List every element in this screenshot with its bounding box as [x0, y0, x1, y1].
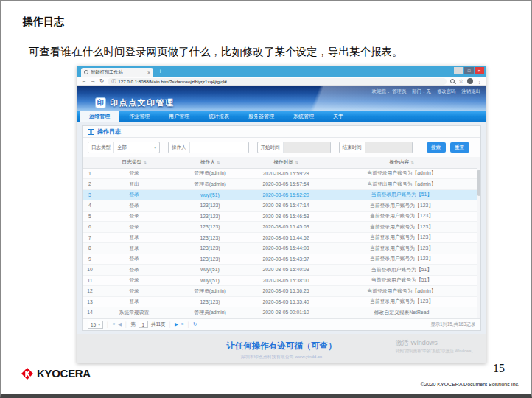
- table-row[interactable]: 2登出管理员(admin)2020-08-05 15:57:54当前登出用户账号…: [83, 179, 480, 190]
- column-header[interactable]: 操作人⇅: [171, 157, 249, 168]
- chevron-down-icon: ▾: [154, 145, 156, 150]
- nav-tab[interactable]: 服务器管理: [239, 111, 284, 122]
- forward-icon[interactable]: →: [91, 78, 97, 84]
- last-page-icon[interactable]: »: [181, 322, 184, 327]
- chevron-down-icon: ▾: [98, 322, 100, 327]
- copyright-text: ©2020 KYOCERA Document Solutions Inc.: [421, 382, 519, 387]
- nav-tab[interactable]: 系统管理: [284, 111, 323, 122]
- next-page-icon[interactable]: ▶: [175, 322, 178, 327]
- table-row[interactable]: 9登录123(123)2020-08-05 15:43:37当前登录用户账号为【…: [83, 254, 480, 265]
- sort-icon[interactable]: ⇅: [217, 160, 220, 164]
- operator-input[interactable]: [189, 142, 248, 153]
- table-row[interactable]: 7登录123(123)2020-08-05 15:44:52当前登录用户账号为【…: [83, 232, 480, 243]
- logout-link[interactable]: 注销退出: [461, 88, 480, 95]
- pagination-bar: 15 ▾ │ « ◀ │ 第 1 共11页 │ ▶ » │ ↻ 显示1到15,共…: [83, 318, 480, 330]
- table-row[interactable]: 14系统常规设置管理员(admin)2020-08-05 00:01:10修改自…: [83, 307, 480, 318]
- maximize-button[interactable]: □: [464, 67, 474, 74]
- activate-windows-line1: 激活 Windows: [396, 338, 475, 348]
- scrollbar-thumb[interactable]: [477, 170, 480, 196]
- nav-tab[interactable]: 用户管理: [159, 111, 199, 122]
- table-row[interactable]: 10登录wuyi(51)2020-08-05 15:40:03当前登录用户账号为…: [83, 265, 480, 276]
- sort-icon[interactable]: ⇅: [295, 160, 298, 164]
- page-number: 15: [493, 362, 505, 375]
- close-button[interactable]: ×: [475, 67, 484, 74]
- start-time-label: 开始时间: [258, 144, 283, 151]
- url-bar[interactable]: ⓘ 127.0.0.1:8088/Main.html?sid=oosojzfhi…: [108, 78, 447, 85]
- reset-button[interactable]: 重置: [450, 142, 469, 153]
- page-size-select[interactable]: 15 ▾: [88, 321, 103, 329]
- page-content: 操作日志 日志类型 全部 ▾ 操作人 开始时间: [77, 122, 486, 363]
- operation-log-panel: 操作日志 日志类型 全部 ▾ 操作人 开始时间: [82, 125, 481, 331]
- start-time-filter: 开始时间: [257, 142, 331, 153]
- log-table-body: 1登录管理员(admin)2020-08-05 15:59:28当前登录用户账号…: [83, 168, 480, 318]
- window-controls: – □ ×: [454, 67, 484, 74]
- current-page-input[interactable]: 1: [139, 321, 148, 328]
- windows-activation-watermark: 激活 Windows 转到“控制面板”中的“系统”以激活 Windows。: [396, 338, 475, 354]
- new-tab-button[interactable]: +: [158, 68, 162, 77]
- nav-tabs: 运维管理作业管理用户管理统计报表服务器管理系统管理关于: [77, 111, 486, 122]
- browser-window: 智能打印工作站 × + – □ × ← → ↻ ⓘ 127.0.0.1:8088…: [77, 66, 486, 363]
- bottom-band: 让任何操作有迹可循（可查） 深圳市印点点科技有限公司 www.yindd.cn …: [77, 334, 486, 363]
- first-page-icon[interactable]: «: [112, 322, 115, 327]
- nav-tab[interactable]: 作业管理: [119, 111, 159, 122]
- start-time-input[interactable]: [283, 142, 330, 153]
- change-password-link[interactable]: 修改密码: [437, 88, 456, 95]
- log-type-select[interactable]: 全部 ▾: [113, 142, 159, 153]
- slide-title: 操作日志: [23, 15, 64, 29]
- log-type-label: 日志类型: [88, 144, 113, 151]
- table-row[interactable]: 3登录wuyi(51)2020-08-05 15:52:20当前登录用户账号为【…: [83, 189, 480, 200]
- prev-page-icon[interactable]: ◀: [118, 322, 122, 327]
- tab-title: 智能打印工作站: [91, 69, 145, 76]
- end-time-input[interactable]: [365, 142, 412, 153]
- table-row[interactable]: 6登录123(123)2020-08-05 15:45:03当前登录用户账号为【…: [83, 222, 480, 233]
- column-header[interactable]: 操作时间⇅: [249, 157, 323, 168]
- table-row[interactable]: 11登录wuyi(51)2020-08-05 15:38:00当前登录用户账号为…: [83, 275, 480, 286]
- table-row[interactable]: 8登录123(123)2020-08-05 15:44:08当前登录用户账号为【…: [83, 243, 480, 254]
- table-row[interactable]: 1登录管理员(admin)2020-08-05 15:59:28当前登录用户账号…: [83, 168, 480, 179]
- column-header[interactable]: 操作内容⇅: [323, 157, 480, 168]
- column-header[interactable]: 日志类型⇅: [97, 157, 171, 168]
- log-table-header-row: 日志类型⇅操作人⇅操作时间⇅操作内容⇅: [83, 157, 480, 168]
- operator-filter: 操作人: [168, 142, 249, 153]
- nav-tab[interactable]: 关于: [323, 111, 353, 122]
- reload-icon[interactable]: ↻: [99, 78, 104, 84]
- column-header-index: [83, 157, 97, 168]
- company-watermark: 深圳市印点点科技有限公司 www.yindd.cn: [77, 354, 486, 360]
- browser-tab[interactable]: 智能打印工作站 ×: [81, 68, 153, 77]
- table-row[interactable]: 12登录管理员(admin)2020-08-05 15:36:25当前登录用户账…: [83, 286, 480, 297]
- sort-icon[interactable]: ⇅: [143, 160, 146, 164]
- table-scrollbar[interactable]: [477, 168, 480, 318]
- end-time-filter: 结束时间: [339, 142, 413, 153]
- nav-tab[interactable]: 统计报表: [199, 111, 239, 122]
- table-row[interactable]: 4登录123(123)2020-08-05 15:47:14当前登录用户账号为【…: [83, 200, 480, 212]
- back-icon[interactable]: ←: [81, 78, 87, 84]
- url-text: 127.0.0.1:8088/Main.html?sid=oosojzfhiyr…: [118, 79, 226, 84]
- section-title: 操作日志: [97, 128, 121, 136]
- slide: 操作日志 可查看谁在什么时间登录网页做了什么，比如修改了某个设定，导出某个报表。…: [0, 0, 532, 398]
- log-type-value: 全部: [117, 144, 127, 151]
- log-book-icon: [88, 129, 94, 135]
- kyocera-logo: KYOCERA: [21, 367, 91, 380]
- app-header: 印 印点点文印管理 欢迎您： 管理员 部门：无 修改密码 注销退出: [77, 86, 486, 111]
- department-text: 部门：无: [412, 88, 431, 95]
- search-button[interactable]: 搜索: [427, 142, 446, 153]
- bookmark-star-icon[interactable]: ☆: [458, 78, 463, 84]
- table-row[interactable]: 13登录123(123)2020-08-05 15:35:40当前登录用户账号为…: [83, 296, 480, 307]
- browser-menu-icon[interactable]: ⋮: [477, 79, 482, 84]
- zoom-search-icon[interactable]: [450, 79, 455, 83]
- section-header: 操作日志: [83, 126, 480, 138]
- table-row[interactable]: 5登录123(123)2020-08-05 15:46:53当前登录用户账号为【…: [83, 211, 480, 222]
- sort-icon[interactable]: ⇅: [410, 160, 413, 164]
- site-info-icon[interactable]: ⓘ: [111, 79, 116, 83]
- pagination-summary: 显示1到15,共163记录: [430, 321, 475, 328]
- end-time-label: 结束时间: [340, 144, 365, 151]
- nav-tab[interactable]: 运维管理: [80, 111, 119, 122]
- minimize-button[interactable]: –: [454, 67, 463, 74]
- refresh-icon[interactable]: ↻: [193, 322, 197, 327]
- tab-close-icon[interactable]: ×: [147, 70, 150, 75]
- filter-row: 日志类型 全部 ▾ 操作人 开始时间: [83, 138, 480, 157]
- app-logo-icon: 印: [95, 97, 106, 108]
- slide-description: 可查看谁在什么时间登录网页做了什么，比如修改了某个设定，导出某个报表。: [29, 45, 403, 59]
- page-prefix: 第: [130, 321, 136, 328]
- profile-avatar-icon[interactable]: [467, 78, 473, 84]
